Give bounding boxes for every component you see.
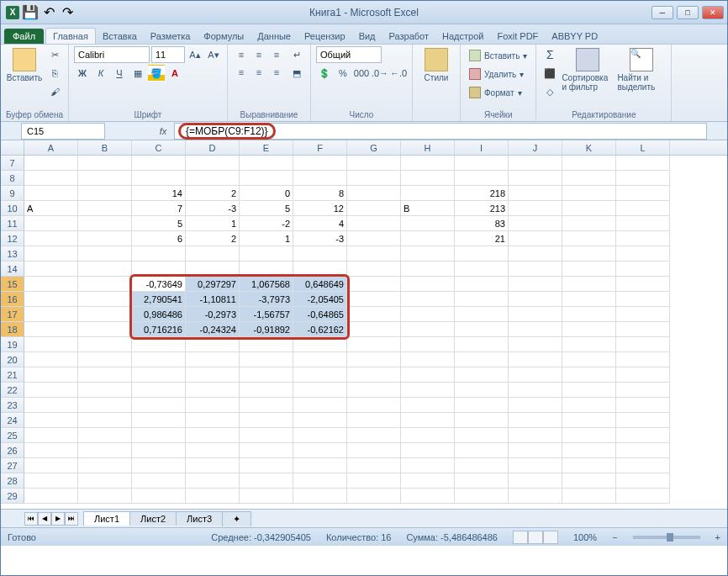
cell-A21[interactable] [24, 367, 78, 383]
format-cells-button[interactable]: Формат ▾ [466, 83, 530, 102]
cell-L18[interactable] [616, 322, 670, 337]
cell-J15[interactable] [509, 277, 562, 292]
cell-A19[interactable] [24, 337, 78, 352]
tab-view[interactable]: Вид [352, 29, 382, 44]
cell-H16[interactable] [401, 292, 455, 307]
cell-E10[interactable]: 5 [240, 201, 293, 216]
cell-C19[interactable] [132, 337, 186, 352]
cell-I15[interactable] [455, 277, 509, 292]
row-header-13[interactable]: 13 [1, 246, 24, 262]
cell-A7[interactable] [24, 156, 78, 171]
cell-J27[interactable] [509, 458, 562, 473]
cell-K19[interactable] [562, 337, 616, 352]
cell-K7[interactable] [562, 156, 616, 171]
cell-H26[interactable] [401, 443, 455, 458]
cell-G22[interactable] [347, 383, 401, 398]
cell-L17[interactable] [616, 307, 670, 322]
cell-J8[interactable] [509, 171, 562, 186]
cell-K18[interactable] [562, 322, 616, 337]
redo-icon[interactable]: ↷ [60, 5, 75, 20]
cell-A22[interactable] [24, 383, 78, 398]
cell-F21[interactable] [293, 367, 347, 383]
new-sheet-button[interactable]: ✦ [222, 511, 251, 526]
cell-H20[interactable] [401, 352, 455, 367]
cell-A25[interactable] [24, 428, 78, 443]
cell-H28[interactable] [401, 473, 455, 489]
cell-B14[interactable] [78, 262, 132, 277]
cell-L20[interactable] [616, 352, 670, 367]
cell-K14[interactable] [562, 262, 616, 277]
decrease-decimal-icon[interactable]: ←.0 [390, 65, 407, 82]
cell-L25[interactable] [616, 428, 670, 443]
cell-I9[interactable]: 218 [455, 186, 509, 201]
cell-L13[interactable] [616, 246, 670, 262]
sheet-tab-2[interactable]: Лист2 [129, 511, 177, 526]
cell-B11[interactable] [78, 216, 132, 231]
cell-B15[interactable] [78, 277, 132, 292]
align-bottom-icon[interactable]: ≡ [268, 46, 285, 63]
row-header-17[interactable]: 17 [1, 307, 24, 322]
cell-J29[interactable] [509, 489, 562, 504]
row-header-28[interactable]: 28 [1, 473, 24, 489]
cell-C20[interactable] [132, 352, 186, 367]
cell-I11[interactable]: 83 [455, 216, 509, 231]
row-header-22[interactable]: 22 [1, 383, 24, 398]
cell-A9[interactable] [24, 186, 78, 201]
cell-I29[interactable] [455, 489, 509, 504]
tab-addins[interactable]: Надстрой [435, 29, 490, 44]
increase-decimal-icon[interactable]: .0→ [372, 65, 388, 82]
cell-D11[interactable]: 1 [186, 216, 240, 231]
cell-K26[interactable] [562, 443, 616, 458]
cell-L7[interactable] [616, 156, 670, 171]
sheet-last-icon[interactable]: ⏭ [65, 512, 78, 526]
cell-K8[interactable] [562, 171, 616, 186]
cell-D20[interactable] [186, 352, 240, 367]
cell-H29[interactable] [401, 489, 455, 504]
cell-G13[interactable] [347, 246, 401, 262]
sort-filter-button[interactable]: Сортировка и фильтр [562, 46, 614, 92]
cell-B7[interactable] [78, 156, 132, 171]
cell-L8[interactable] [616, 171, 670, 186]
row-header-9[interactable]: 9 [1, 186, 24, 201]
cell-F15[interactable]: 0,648649 [293, 277, 347, 292]
cell-H14[interactable] [401, 262, 455, 277]
wrap-text-button[interactable]: ↵ [288, 46, 305, 63]
cell-B9[interactable] [78, 186, 132, 201]
cell-H13[interactable] [401, 246, 455, 262]
cell-J13[interactable] [509, 246, 562, 262]
cell-K17[interactable] [562, 307, 616, 322]
cell-C13[interactable] [132, 246, 186, 262]
align-right-icon[interactable]: ≡ [268, 64, 285, 81]
col-header-H[interactable]: H [401, 140, 455, 155]
cell-E20[interactable] [240, 352, 293, 367]
cell-G12[interactable] [347, 231, 401, 246]
row-header-27[interactable]: 27 [1, 458, 24, 473]
cell-D12[interactable]: 2 [186, 231, 240, 246]
cell-C23[interactable] [132, 398, 186, 413]
cell-L15[interactable] [616, 277, 670, 292]
cell-J23[interactable] [509, 398, 562, 413]
styles-button[interactable]: Стили [418, 46, 455, 82]
cell-C22[interactable] [132, 383, 186, 398]
cell-J26[interactable] [509, 443, 562, 458]
cut-icon[interactable]: ✂ [46, 46, 63, 63]
cell-C29[interactable] [132, 489, 186, 504]
cell-D29[interactable] [186, 489, 240, 504]
cell-H15[interactable] [401, 277, 455, 292]
cell-J10[interactable] [509, 201, 562, 216]
cell-C24[interactable] [132, 413, 186, 428]
cell-H19[interactable] [401, 337, 455, 352]
row-header-26[interactable]: 26 [1, 443, 24, 458]
cell-D25[interactable] [186, 428, 240, 443]
align-top-icon[interactable]: ≡ [233, 46, 250, 63]
border-button[interactable]: ▦ [129, 65, 146, 82]
col-header-D[interactable]: D [186, 140, 240, 155]
cell-E14[interactable] [240, 262, 293, 277]
tab-layout[interactable]: Разметка [144, 29, 198, 44]
tab-insert[interactable]: Вставка [96, 29, 144, 44]
tab-abbyy[interactable]: ABBYY PD [545, 29, 604, 44]
cell-D23[interactable] [186, 398, 240, 413]
cell-G19[interactable] [347, 337, 401, 352]
select-all-corner[interactable] [1, 140, 24, 155]
cell-B17[interactable] [78, 307, 132, 322]
